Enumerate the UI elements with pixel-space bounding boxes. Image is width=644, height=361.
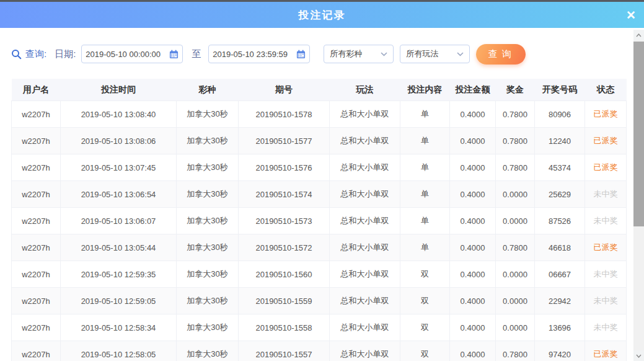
cell-username: w2207h xyxy=(12,154,61,181)
cell-bet_amount: 0.4000 xyxy=(450,261,496,288)
cell-issue: 20190510-1574 xyxy=(239,181,330,208)
cell-prize: 0.7800 xyxy=(496,101,535,128)
cell-prize: 0.0000 xyxy=(496,288,535,314)
to-label: 至 xyxy=(192,48,201,60)
cell-issue: 20190510-1559 xyxy=(239,288,330,314)
cell-lottery: 加拿大30秒 xyxy=(177,154,239,181)
play-type-value: 所有玩法 xyxy=(406,48,438,60)
calendar-icon[interactable] xyxy=(169,50,179,59)
cell-issue: 20190510-1560 xyxy=(239,261,330,288)
query-label: 查询: xyxy=(25,48,46,60)
table-row: w2207h2019-05-10 13:08:40加拿大30秒20190510-… xyxy=(12,101,627,128)
cell-bet_time: 2019-05-10 13:08:06 xyxy=(61,128,177,154)
table-row: w2207h2019-05-10 12:59:35加拿大30秒20190510-… xyxy=(12,261,627,288)
cell-bet_time: 2019-05-10 13:07:45 xyxy=(61,154,177,181)
cell-status: 未中奖 xyxy=(585,208,627,234)
cell-bet_amount: 0.4000 xyxy=(450,288,496,314)
cell-lottery: 加拿大30秒 xyxy=(177,261,239,288)
cell-lottery: 加拿大30秒 xyxy=(177,234,239,261)
cell-bet_amount: 0.4000 xyxy=(450,341,496,361)
date-to-input[interactable] xyxy=(213,50,289,59)
cell-lottery: 加拿大30秒 xyxy=(177,341,239,361)
cell-issue: 20190510-1578 xyxy=(239,101,330,128)
cell-status: 已派奖 xyxy=(585,154,627,181)
table-row: w2207h2019-05-10 13:06:07加拿大30秒20190510-… xyxy=(12,208,627,234)
cell-bet_time: 2019-05-10 12:58:34 xyxy=(61,314,177,341)
cell-prize: 0.0000 xyxy=(496,261,535,288)
cell-bet_amount: 0.4000 xyxy=(450,314,496,341)
query-toolbar: 查询: 日期: 至 xyxy=(11,44,644,64)
cell-bet_content: 单 xyxy=(400,128,450,154)
cell-draw_number: 46618 xyxy=(535,234,585,261)
cell-play: 总和大小单双 xyxy=(330,101,400,128)
cell-prize: 0.7800 xyxy=(496,128,535,154)
cell-lottery: 加拿大30秒 xyxy=(177,128,239,154)
column-header-bet_content: 投注内容 xyxy=(400,79,450,101)
column-header-draw_number: 开奖号码 xyxy=(535,79,585,101)
cell-prize: 0.7800 xyxy=(496,234,535,261)
play-type-select[interactable]: 所有玩法 xyxy=(400,45,470,63)
cell-issue: 20190510-1573 xyxy=(239,208,330,234)
table-row: w2207h2019-05-10 13:07:45加拿大30秒20190510-… xyxy=(12,154,627,181)
column-header-status: 状态 xyxy=(585,79,627,101)
date-to-field[interactable] xyxy=(208,45,310,63)
column-header-lottery: 彩种 xyxy=(177,79,239,101)
column-header-prize: 奖金 xyxy=(496,79,535,101)
cell-draw_number: 13696 xyxy=(535,314,585,341)
lottery-type-select[interactable]: 所有彩种 xyxy=(324,45,394,63)
chevron-down-icon xyxy=(381,52,387,56)
cell-play: 总和大小单双 xyxy=(330,208,400,234)
cell-draw_number: 25629 xyxy=(535,181,585,208)
cell-lottery: 加拿大30秒 xyxy=(177,208,239,234)
scrollbar-thumb[interactable] xyxy=(633,42,644,226)
cell-play: 总和大小单双 xyxy=(330,234,400,261)
cell-status: 未中奖 xyxy=(585,314,627,341)
cell-draw_number: 22942 xyxy=(535,288,585,314)
cell-play: 总和大小单双 xyxy=(330,341,400,361)
cell-username: w2207h xyxy=(12,181,61,208)
cell-lottery: 加拿大30秒 xyxy=(177,101,239,128)
cell-bet_content: 单 xyxy=(400,234,450,261)
date-from-input[interactable] xyxy=(86,50,162,59)
column-header-username: 用户名 xyxy=(12,79,61,101)
column-header-bet_time: 投注时间 xyxy=(61,79,177,101)
cell-bet_content: 单 xyxy=(400,101,450,128)
close-icon[interactable]: ✕ xyxy=(626,9,636,21)
date-label: 日期: xyxy=(55,48,76,60)
table-row: w2207h2019-05-10 12:58:34加拿大30秒20190510-… xyxy=(12,314,627,341)
cell-status: 已派奖 xyxy=(585,128,627,154)
cell-play: 总和大小单双 xyxy=(330,154,400,181)
cell-bet_content: 双 xyxy=(400,288,450,314)
cell-bet_time: 2019-05-10 13:06:07 xyxy=(61,208,177,234)
cell-username: w2207h xyxy=(12,208,61,234)
search-icon xyxy=(11,49,22,60)
cell-bet_time: 2019-05-10 12:59:05 xyxy=(61,288,177,314)
cell-issue: 20190510-1558 xyxy=(239,314,330,341)
scroll-up-button[interactable] xyxy=(633,30,644,40)
cell-status: 已派奖 xyxy=(585,341,627,361)
cell-draw_number: 06667 xyxy=(535,261,585,288)
cell-bet_amount: 0.4000 xyxy=(450,101,496,128)
cell-play: 总和大小单双 xyxy=(330,128,400,154)
vertical-scrollbar[interactable] xyxy=(633,30,644,361)
cell-issue: 20190510-1577 xyxy=(239,128,330,154)
cell-username: w2207h xyxy=(12,341,61,361)
cell-prize: 0.0000 xyxy=(496,208,535,234)
cell-status: 未中奖 xyxy=(585,261,627,288)
cell-status: 已派奖 xyxy=(585,101,627,128)
cell-issue: 20190510-1572 xyxy=(239,234,330,261)
date-from-field[interactable] xyxy=(81,45,183,63)
cell-bet_content: 双 xyxy=(400,261,450,288)
calendar-icon[interactable] xyxy=(296,50,306,59)
bet-records-table-wrap: 用户名投注时间彩种期号玩法投注内容投注金额奖金开奖号码状态 w2207h2019… xyxy=(11,79,626,361)
chevron-down-icon xyxy=(457,52,464,56)
cell-draw_number: 80906 xyxy=(535,101,585,128)
cell-status: 已派奖 xyxy=(585,234,627,261)
cell-bet_time: 2019-05-10 12:59:35 xyxy=(61,261,177,288)
cell-lottery: 加拿大30秒 xyxy=(177,288,239,314)
scroll-down-button[interactable] xyxy=(633,350,644,361)
cell-username: w2207h xyxy=(12,234,61,261)
cell-username: w2207h xyxy=(12,128,61,154)
query-button[interactable]: 查询 xyxy=(476,44,526,65)
cell-username: w2207h xyxy=(12,288,61,314)
